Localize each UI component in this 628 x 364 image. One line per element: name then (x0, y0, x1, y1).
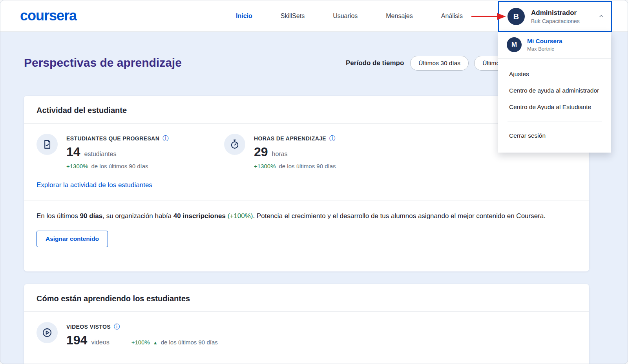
card-title: Actividad del estudiante (37, 106, 577, 115)
account-menu-button[interactable]: B Administrador Buk Capacitaciones (498, 1, 612, 32)
how-learning-card: Cómo están aprendiendo los estudiantes V… (24, 284, 589, 364)
metric-body: HORAS DE APRENDIZAJE ⓘ 29 horas +1300% d… (254, 134, 336, 169)
triangle-up-icon: ▲ (153, 340, 158, 346)
top-bar: coursera Inicio SkillSets Usuarios Mensa… (0, 0, 628, 32)
metric-unit: videos (91, 339, 109, 346)
metric-unit: horas (272, 151, 288, 158)
menu-divider (508, 122, 602, 122)
summary-section: En los últimos 90 días, su organización … (24, 200, 589, 259)
chevron-up-icon (598, 13, 605, 20)
metric-body: ESTUDIANTES QUE PROGRESAN ⓘ 14 estudiant… (66, 134, 169, 169)
page-title: Perspectivas de aprendizaje (24, 56, 182, 69)
profile-text: Mi Coursera Max Bortnic (527, 38, 562, 52)
metric-delta: +1300% (66, 163, 88, 169)
metric-delta: +1300% (254, 163, 276, 169)
metric-videos-watched: VIDEOS VISTOS ⓘ 194 videos +100% ▲ de lo… (37, 322, 577, 348)
account-text: Administrador Buk Capacitaciones (531, 9, 591, 24)
screen: coursera Inicio SkillSets Usuarios Mensa… (0, 0, 628, 364)
document-check-icon (37, 134, 58, 155)
learning-section: VIDEOS VISTOS ⓘ 194 videos +100% ▲ de lo… (24, 312, 589, 358)
metric-delta-period: de los últimos 90 días (279, 163, 336, 169)
explore-activity-link[interactable]: Explorar la actividad de los estudiantes (37, 181, 152, 189)
info-icon[interactable]: ⓘ (162, 135, 169, 142)
assign-content-button[interactable]: Asignar contenido (37, 231, 108, 247)
play-circle-icon (37, 322, 58, 343)
stopwatch-icon (224, 134, 245, 155)
account-dropdown: M Mi Coursera Max Bortnic Ajustes Centro… (498, 32, 611, 153)
metric-unit: estudiantes (84, 151, 117, 158)
nav-item-usuarios[interactable]: Usuarios (333, 13, 358, 20)
metric-body: VIDEOS VISTOS ⓘ 194 videos +100% ▲ de lo… (66, 322, 218, 348)
main-nav: Inicio SkillSets Usuarios Mensajes Análi… (236, 0, 463, 32)
menu-item-centro-ayuda-admin[interactable]: Centro de ayuda al administrador (498, 82, 611, 99)
dropdown-list: Ajustes Centro de ayuda al administrador… (498, 59, 611, 115)
nav-item-skillsets[interactable]: SkillSets (281, 13, 305, 20)
period-label: Período de tiempo (346, 59, 404, 67)
menu-item-ajustes[interactable]: Ajustes (498, 66, 611, 82)
nav-item-inicio[interactable]: Inicio (236, 13, 252, 20)
metric-label: HORAS DE APRENDIZAJE (254, 135, 326, 142)
metric-delta: +100% (131, 339, 150, 346)
card-title: Cómo están aprendiendo los estudiantes (37, 294, 577, 303)
menu-item-centro-ayuda-estudiante[interactable]: Centro de Ayuda al Estudiante (498, 99, 611, 115)
account-name: Administrador (531, 9, 591, 17)
metric-learning-hours: HORAS DE APRENDIZAJE ⓘ 29 horas +1300% d… (224, 134, 336, 169)
nav-item-mensajes[interactable]: Mensajes (386, 13, 413, 20)
account-org: Buk Capacitaciones (531, 18, 591, 24)
metric-value: 14 (66, 145, 80, 159)
nav-item-analisis[interactable]: Análisis (441, 13, 463, 20)
profile-avatar: M (507, 37, 522, 52)
menu-item-mi-coursera[interactable]: M Mi Coursera Max Bortnic (498, 32, 611, 59)
metric-label: VIDEOS VISTOS (66, 324, 111, 330)
metric-value: 29 (254, 145, 268, 159)
info-icon[interactable]: ⓘ (114, 324, 120, 330)
metric-delta-period: de los últimos 90 días (161, 339, 218, 346)
metrics-row: ESTUDIANTES QUE PROGRESAN ⓘ 14 estudiant… (37, 134, 577, 169)
metric-value: 194 (66, 333, 87, 348)
profile-subtitle: Max Bortnic (527, 46, 562, 52)
period-option-30-days[interactable]: Últimos 30 días (410, 56, 469, 71)
metric-delta-group: +100% ▲ de los últimos 90 días (131, 339, 218, 346)
profile-name: Mi Coursera (527, 38, 562, 45)
metric-delta-period: de los últimos 90 días (91, 163, 148, 169)
account-avatar: B (508, 8, 525, 25)
summary-text: En los últimos 90 días, su organización … (37, 211, 559, 221)
metric-students-progressing: ESTUDIANTES QUE PROGRESAN ⓘ 14 estudiant… (37, 134, 224, 169)
coursera-logo[interactable]: coursera (20, 7, 77, 24)
info-icon[interactable]: ⓘ (329, 135, 336, 142)
card-header: Cómo están aprendiendo los estudiantes (24, 284, 589, 312)
menu-item-cerrar-sesion[interactable]: Cerrar sesión (498, 127, 611, 144)
metric-label: ESTUDIANTES QUE PROGRESAN (66, 135, 159, 142)
